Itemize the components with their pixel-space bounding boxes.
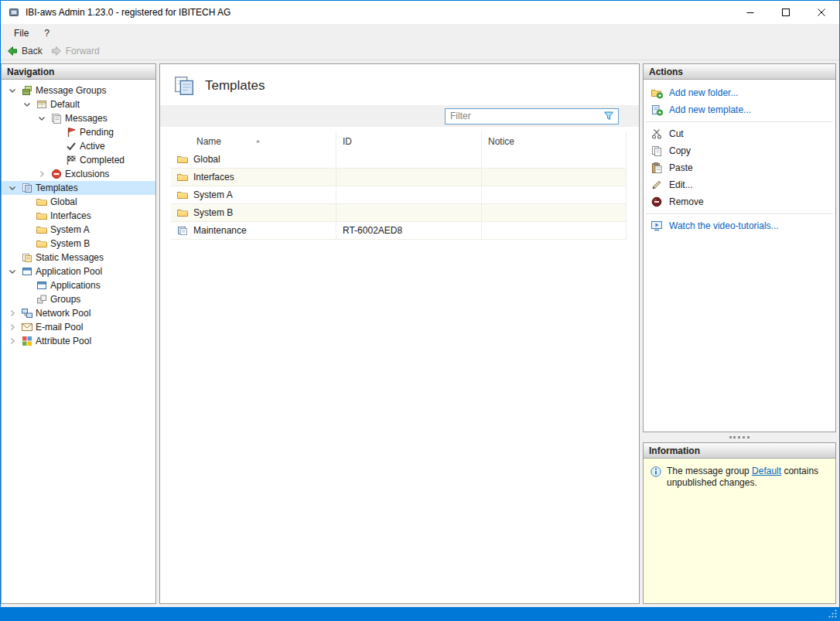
tree-item-completed[interactable]: Completed bbox=[2, 153, 155, 167]
minimize-icon bbox=[746, 9, 754, 16]
actions-list: Add new folder...Add new template...CutC… bbox=[644, 80, 835, 432]
tree-item-label: Application Pool bbox=[36, 266, 102, 277]
chevron-down-icon[interactable] bbox=[6, 84, 21, 97]
forward-label: Forward bbox=[66, 46, 100, 56]
table-header: Name ID Notice bbox=[171, 131, 627, 151]
action-add-new-template[interactable]: Add new template... bbox=[644, 101, 835, 118]
tree-item-system-a[interactable]: System A bbox=[2, 223, 155, 237]
chevron-down-icon[interactable] bbox=[36, 112, 50, 125]
table-row-global[interactable]: Global bbox=[171, 151, 627, 169]
folder-icon bbox=[176, 153, 189, 165]
column-header-notice[interactable]: Notice bbox=[482, 131, 627, 151]
action-add-new-folder[interactable]: Add new folder... bbox=[644, 84, 835, 101]
action-label: Remove bbox=[669, 196, 704, 207]
chevron-right-icon[interactable] bbox=[36, 168, 50, 180]
tree-item-exclusions[interactable]: Exclusions bbox=[2, 167, 155, 181]
email-pool-icon bbox=[21, 321, 33, 333]
cell-name-label: Interfaces bbox=[193, 172, 234, 183]
action-edit[interactable]: Edit... bbox=[644, 176, 835, 193]
close-button[interactable] bbox=[804, 1, 839, 24]
tree-item-pending[interactable]: Pending bbox=[2, 125, 155, 139]
tree-item-attribute-pool[interactable]: Attribute Pool bbox=[2, 334, 155, 348]
tree-item-application-pool[interactable]: Application Pool bbox=[2, 264, 155, 278]
tree-item-applications[interactable]: Applications bbox=[2, 278, 155, 292]
tree-item-static-messages[interactable]: Static Messages bbox=[2, 251, 155, 264]
statusbar bbox=[1, 607, 839, 620]
copy-icon bbox=[650, 145, 663, 157]
chevron-down-icon[interactable] bbox=[6, 182, 21, 194]
table-row-interfaces[interactable]: Interfaces bbox=[171, 169, 627, 186]
templates-table: Name ID Notice GlobalInterfacesSystem AS… bbox=[171, 131, 627, 240]
expander-spacer bbox=[21, 279, 36, 292]
action-watch-the-video-tutorials[interactable]: Watch the video-tutorials... bbox=[644, 217, 835, 234]
chevron-down-icon[interactable] bbox=[21, 98, 36, 111]
column-header-id[interactable]: ID bbox=[336, 131, 482, 151]
add-template-icon bbox=[650, 104, 663, 116]
column-header-name[interactable]: Name bbox=[171, 131, 336, 151]
action-paste[interactable]: Paste bbox=[644, 159, 835, 176]
applications-icon bbox=[36, 279, 48, 292]
menu-file[interactable]: File bbox=[6, 26, 36, 41]
cell-id bbox=[336, 151, 482, 168]
action-cut[interactable]: Cut bbox=[644, 125, 835, 142]
tree-item-label: Default bbox=[50, 99, 80, 110]
folder-icon bbox=[176, 206, 189, 219]
tree-item-label: Active bbox=[80, 141, 105, 152]
cell-name: Interfaces bbox=[171, 169, 336, 186]
menu-help[interactable]: ? bbox=[36, 26, 57, 41]
chevron-down-icon[interactable] bbox=[6, 265, 21, 278]
chevron-right-icon[interactable] bbox=[6, 307, 21, 319]
tree-item-groups[interactable]: Groups bbox=[2, 292, 155, 306]
tree-item-label: System B bbox=[50, 238, 90, 249]
forward-button[interactable]: Forward bbox=[50, 45, 100, 57]
tree-item-messages[interactable]: Messages bbox=[2, 111, 155, 125]
tree-item-label: Groups bbox=[50, 294, 80, 305]
content-area: Navigation Message GroupsDefaultMessages… bbox=[1, 60, 839, 607]
tree-item-e-mail-pool[interactable]: E-mail Pool bbox=[2, 320, 155, 334]
folder-icon bbox=[36, 237, 48, 250]
action-label: Edit... bbox=[669, 179, 693, 190]
filter-icon[interactable] bbox=[603, 110, 615, 122]
tree-item-templates[interactable]: Templates bbox=[2, 181, 155, 195]
tree-item-message-groups[interactable]: Message Groups bbox=[2, 84, 155, 97]
exclusions-icon bbox=[50, 168, 63, 180]
tree-item-global[interactable]: Global bbox=[2, 195, 155, 209]
chevron-right-icon[interactable] bbox=[6, 335, 21, 347]
folder-icon bbox=[176, 189, 189, 201]
tree-item-system-b[interactable]: System B bbox=[2, 237, 155, 251]
messages-icon bbox=[50, 112, 63, 125]
tree-item-label: Templates bbox=[36, 183, 78, 193]
panel-splitter[interactable] bbox=[643, 432, 836, 442]
page-title-row: Templates bbox=[160, 64, 639, 105]
action-copy[interactable]: Copy bbox=[644, 142, 835, 159]
filter-input[interactable] bbox=[450, 111, 603, 121]
edit-icon bbox=[650, 179, 663, 191]
tree-item-network-pool[interactable]: Network Pool bbox=[2, 306, 155, 320]
resize-grip-icon[interactable] bbox=[828, 609, 838, 619]
default-group-link[interactable]: Default bbox=[752, 466, 781, 476]
maximize-button[interactable] bbox=[768, 1, 804, 24]
static-messages-icon bbox=[21, 251, 33, 264]
templates-page-icon bbox=[172, 74, 196, 97]
cell-name-label: System A bbox=[193, 189, 233, 200]
back-label: Back bbox=[22, 46, 43, 56]
back-button[interactable]: Back bbox=[6, 45, 43, 57]
expander-spacer bbox=[50, 126, 65, 138]
tree-item-active[interactable]: Active bbox=[2, 139, 155, 153]
completed-icon bbox=[65, 154, 77, 166]
table-row-system-b[interactable]: System B bbox=[171, 204, 627, 222]
folder-icon bbox=[36, 210, 48, 222]
table-row-system-a[interactable]: System A bbox=[171, 186, 627, 204]
minimize-button[interactable] bbox=[732, 1, 768, 24]
cell-id: RT-6002AED8 bbox=[336, 222, 482, 239]
attribute-pool-icon bbox=[21, 335, 33, 347]
cell-name: System B bbox=[171, 204, 336, 221]
table-row-maintenance[interactable]: MaintenanceRT-6002AED8 bbox=[171, 222, 627, 240]
chevron-right-icon[interactable] bbox=[6, 321, 21, 333]
application-pool-icon bbox=[21, 265, 33, 278]
cell-id bbox=[336, 186, 482, 203]
tree-item-interfaces[interactable]: Interfaces bbox=[2, 209, 155, 223]
cut-icon bbox=[650, 128, 663, 140]
action-remove[interactable]: Remove bbox=[644, 193, 835, 210]
tree-item-default[interactable]: Default bbox=[2, 97, 155, 111]
